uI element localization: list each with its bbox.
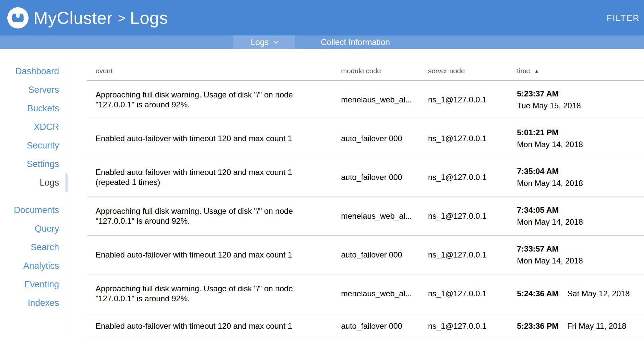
sidebar-item-logs[interactable]: Logs: [0, 173, 68, 192]
sidebar-item-servers[interactable]: Servers: [0, 81, 68, 99]
log-time-cell: 7:35:04 AM Mon May 14, 2018: [517, 166, 644, 188]
log-server-cell: ns_1@127.0.0.1: [428, 134, 517, 144]
log-date: Mon May 14, 2018: [517, 217, 644, 227]
log-time: 5:01:21 PM: [517, 128, 644, 138]
breadcrumb-separator: >: [118, 11, 125, 26]
sidebar-item-search[interactable]: Search: [0, 238, 68, 257]
log-module-cell: menelaus_web_al...: [341, 211, 428, 221]
log-time-cell: 5:23:36 PM Fri May 11, 2018: [517, 321, 644, 331]
sidebar-group-gap: [0, 192, 68, 201]
column-header-time-label: time: [517, 67, 530, 75]
couchbase-logo-icon: [7, 7, 29, 29]
column-header-module-code[interactable]: module code: [341, 67, 428, 75]
sidebar-item-analytics[interactable]: Analytics: [0, 257, 68, 275]
log-date: Mon May 14, 2018: [517, 256, 644, 266]
log-server-cell: ns_1@127.0.0.1: [428, 321, 517, 331]
log-time-cell: 5:24:36 AM Sat May 12, 2018: [517, 289, 644, 299]
log-date: Mon May 14, 2018: [517, 178, 644, 188]
log-time: 7:35:04 AM: [517, 166, 644, 176]
log-server-cell: ns_1@127.0.0.1: [428, 211, 517, 221]
log-time: 7:34:05 AM: [517, 205, 644, 215]
breadcrumb: MyCluster > Logs: [34, 8, 168, 28]
sidebar-nav: Dashboard Servers Buckets XDCR Security …: [0, 49, 68, 345]
table-header-row: event module code server node time ▲: [87, 49, 644, 81]
sidebar-item-eventing[interactable]: Eventing: [0, 275, 68, 294]
sort-ascending-icon: ▲: [535, 68, 539, 74]
log-time: 5:23:37 AM: [517, 89, 644, 99]
log-event-cell: Approaching full disk warning. Usage of …: [96, 206, 341, 226]
tab-logs[interactable]: Logs: [233, 35, 295, 49]
log-time: 7:33:57 AM: [517, 244, 644, 254]
tab-bar: Logs Collect Information: [0, 35, 644, 49]
log-event-cell: Enabled auto-failover with timeout 120 a…: [96, 250, 341, 260]
log-time: 5:23:36 PM: [517, 321, 558, 331]
log-date: Fri May 11, 2018: [567, 321, 626, 331]
sidebar-item-buckets[interactable]: Buckets: [0, 99, 68, 118]
log-event-cell: Approaching full disk warning. Usage of …: [96, 284, 341, 304]
sidebar-item-dashboard[interactable]: Dashboard: [0, 62, 68, 81]
page-title: Logs: [130, 8, 168, 28]
log-module-cell: menelaus_web_al...: [341, 289, 428, 299]
app-header: MyCluster > Logs FILTER: [0, 0, 644, 35]
table-row: Approaching full disk warning. Usage of …: [87, 274, 644, 313]
logs-table: event module code server node time ▲ App…: [87, 49, 644, 345]
filter-button[interactable]: FILTER: [607, 13, 640, 23]
sidebar-item-documents[interactable]: Documents: [0, 201, 68, 219]
table-row: Enabled auto-failover with timeout 120 a…: [87, 236, 644, 274]
chevron-down-icon: [273, 39, 278, 44]
tab-logs-label: Logs: [250, 37, 268, 47]
cluster-name: MyCluster: [34, 8, 113, 28]
log-date: Tue May 15, 2018: [517, 101, 644, 111]
log-module-cell: auto_failover 000: [341, 250, 428, 260]
sidebar-item-security[interactable]: Security: [0, 136, 68, 155]
sidebar-item-xdcr[interactable]: XDCR: [0, 118, 68, 136]
log-time-cell: 7:33:57 AM Mon May 14, 2018: [517, 244, 644, 266]
sidebar-item-indexes[interactable]: Indexes: [0, 294, 68, 312]
log-time: 5:24:36 AM: [517, 289, 559, 299]
log-event-cell: Enabled auto-failover with timeout 120 a…: [96, 134, 341, 144]
content-area: Dashboard Servers Buckets XDCR Security …: [0, 49, 644, 345]
column-header-server-node[interactable]: server node: [428, 67, 517, 75]
sidebar-divider: [68, 60, 68, 333]
log-server-cell: ns_1@127.0.0.1: [428, 172, 517, 182]
table-row: Enabled auto-failover with timeout 120 a…: [87, 119, 644, 158]
log-module-cell: auto_failover 000: [341, 321, 428, 331]
tab-collect-label: Collect Information: [321, 37, 390, 47]
logs-page: MyCluster > Logs FILTER Logs Collect Inf…: [0, 0, 644, 345]
log-event-cell: Approaching full disk warning. Usage of …: [96, 90, 341, 110]
log-server-cell: ns_1@127.0.0.1: [428, 250, 517, 260]
sidebar-item-query[interactable]: Query: [0, 219, 68, 238]
log-event-cell: Enabled auto-failover with timeout 120 a…: [96, 167, 341, 187]
log-module-cell: menelaus_web_al...: [341, 95, 428, 105]
log-date: Sat May 12, 2018: [567, 289, 630, 299]
table-row: Approaching full disk warning. Usage of …: [87, 81, 644, 119]
sidebar-item-settings[interactable]: Settings: [0, 155, 68, 173]
table-row: Approaching full disk warning. Usage of …: [87, 197, 644, 236]
log-time-cell: 5:23:37 AM Tue May 15, 2018: [517, 89, 644, 111]
log-module-cell: auto_failover 000: [341, 134, 428, 144]
log-server-cell: ns_1@127.0.0.1: [428, 289, 517, 299]
log-event-cell: Enabled auto-failover with timeout 120 a…: [96, 321, 341, 331]
table-row: Enabled auto-failover with timeout 120 a…: [87, 313, 644, 339]
column-header-time[interactable]: time ▲: [517, 67, 644, 75]
log-time-cell: 5:01:21 PM Mon May 14, 2018: [517, 128, 644, 149]
column-header-event[interactable]: event: [96, 67, 341, 75]
log-date: Mon May 14, 2018: [517, 140, 644, 149]
log-server-cell: ns_1@127.0.0.1: [428, 95, 517, 105]
table-row: Enabled auto-failover with timeout 120 a…: [87, 158, 644, 197]
tab-collect-information[interactable]: Collect Information: [295, 35, 416, 49]
log-time-cell: 7:34:05 AM Mon May 14, 2018: [517, 205, 644, 227]
log-module-cell: auto_failover 000: [341, 172, 428, 182]
